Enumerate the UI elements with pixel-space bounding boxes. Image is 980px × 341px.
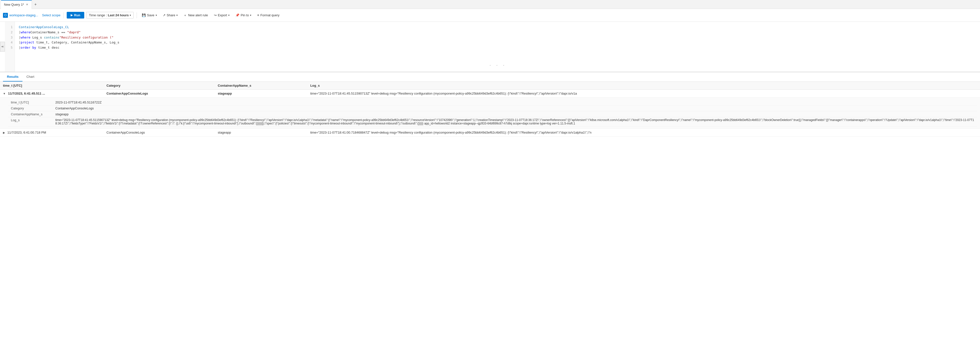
results-table: time_t [UTC] Category ContainerAppName_s… (0, 82, 980, 136)
table-row[interactable]: ▶ 11/7/2023, 6:41:00.718 PM ContainerApp… (0, 128, 980, 136)
results-section: Results Chart time_t [UTC] Category Cont… (0, 72, 980, 341)
detail-label-time: time_t [UTC] (8, 100, 52, 105)
time-value: 11/7/2023, 6:41:45.511 ... (8, 92, 45, 95)
tab-new-query-1[interactable]: New Query 1* ✕ (1, 0, 32, 9)
detail-table: time_t [UTC] 2023-11-07T18:41:45.5116722… (8, 100, 977, 127)
col-header-container-app: ContainerAppName_s (215, 82, 307, 90)
cell-log: time="2023-11-07T18:41:45.511590713Z" le… (307, 89, 980, 97)
code-line-1: ContainerAppConsoleLogs_CL (19, 25, 976, 30)
detail-value-container-app: stageapp (52, 111, 977, 117)
share-label: Share (167, 13, 175, 17)
detail-value-log: time="2023-11-07T18:41:45.511590713Z" le… (52, 117, 977, 126)
main-container: ≪ 1 2 3 4 5 ContainerAppConsoleLogs_CL |… (0, 22, 980, 341)
tab-chart[interactable]: Chart (22, 72, 38, 81)
format-icon: ≡ (257, 13, 259, 17)
workspace-info: ⬡ workspace-stageg... (3, 13, 38, 18)
export-chevron-icon: ▾ (228, 14, 229, 17)
close-tab-icon[interactable]: ✕ (25, 2, 29, 7)
time-range-value: Last 24 hours (108, 13, 129, 17)
run-button[interactable]: ▶ Run (67, 12, 84, 19)
save-chevron-icon: ▾ (156, 14, 157, 17)
time-range-label: Time range : (89, 13, 107, 17)
add-tab-button[interactable]: + (32, 0, 39, 9)
cell-category: ContainerAppConsoleLogs (103, 89, 215, 97)
pin-chevron-icon: ▾ (250, 14, 251, 17)
code-line-4: | project time_t, Category, ContainerApp… (19, 40, 976, 45)
col-header-category: Category (103, 82, 215, 90)
code-line-5: | order by time_t desc (19, 45, 976, 51)
play-icon: ▶ (71, 14, 73, 17)
tab-bar: New Query 1* ✕ + (0, 0, 980, 9)
category-value: ContainerAppConsoleLogs (107, 92, 148, 95)
share-chevron-icon: ▾ (177, 14, 178, 17)
code-area[interactable]: ContainerAppConsoleLogs_CL | where Conta… (15, 22, 980, 71)
results-tabs: Results Chart (0, 72, 980, 82)
expand-row-icon[interactable]: ▶ (3, 131, 5, 134)
time-value: 11/7/2023, 6:41:00.718 PM (7, 131, 46, 134)
cell-time: ▶ 11/7/2023, 6:41:00.718 PM (0, 128, 103, 136)
detail-label-container-app: ContainerAppName_s (8, 111, 52, 117)
pin-icon: 📌 (235, 13, 239, 17)
new-alert-rule-label: New alert rule (188, 13, 208, 17)
detail-row-time: time_t [UTC] 2023-11-07T18:41:45.5116722… (0, 97, 980, 128)
format-query-label: Format query (260, 13, 279, 17)
cell-log: time="2023-11-07T18:41:00.718468847Z" le… (307, 128, 980, 136)
separator-1 (64, 12, 64, 18)
toolbar: ⬡ workspace-stageg... Select scope ▶ Run… (0, 9, 980, 22)
select-scope-button[interactable]: Select scope (42, 13, 60, 17)
pin-to-button[interactable]: 📌 Pin to ▾ (234, 12, 253, 18)
detail-value-category: ContainerAppConsoleLogs (52, 105, 977, 111)
table-row[interactable]: ▼ 11/7/2023, 6:41:45.511 ... ContainerAp… (0, 89, 980, 97)
log-value: time="2023-11-07T18:41:45.511590713Z" le… (310, 92, 577, 95)
pin-to-label: Pin to (240, 13, 249, 17)
col-header-time: time_t [UTC] (0, 82, 103, 90)
cell-container-app: stageapp (215, 89, 307, 97)
detail-value-time: 2023-11-07T18:41:45.5116722Z (52, 100, 977, 105)
col-header-log: Log_s (307, 82, 980, 90)
export-icon: ↪ (214, 13, 216, 17)
save-label: Save (147, 13, 154, 17)
detail-label-log: Log_s (8, 117, 52, 126)
query-editor: ≪ 1 2 3 4 5 ContainerAppConsoleLogs_CL |… (0, 22, 980, 72)
cell-category: ContainerAppConsoleLogs (103, 128, 215, 136)
detail-row: time_t [UTC] 2023-11-07T18:41:45.5116722… (8, 100, 977, 105)
tab-results[interactable]: Results (3, 72, 22, 81)
export-label: Export (218, 13, 227, 17)
log-value: time="2023-11-07T18:41:00.718468847Z" le… (310, 131, 592, 134)
cell-container-app: stageapp (215, 128, 307, 136)
container-app-value: stageapp (218, 92, 232, 95)
tab-label: New Query 1* (4, 3, 24, 6)
collapse-row-icon[interactable]: ▼ (3, 92, 6, 95)
code-line-2: | where ContainerName_s == "daprd" (19, 30, 976, 35)
cell-time: ▼ 11/7/2023, 6:41:45.511 ... (0, 89, 103, 97)
share-icon: ↗ (163, 13, 165, 17)
detail-row: ContainerAppName_s stageapp (8, 111, 977, 117)
detail-label-category: Category (8, 105, 52, 111)
separator-2 (137, 12, 137, 18)
export-button[interactable]: ↪ Export ▾ (212, 12, 232, 18)
workspace-icon: ⬡ (3, 13, 8, 18)
results-table-container[interactable]: time_t [UTC] Category ContainerAppName_s… (0, 82, 980, 341)
run-label: Run (74, 13, 80, 17)
save-icon: 💾 (142, 13, 146, 17)
plus-icon: ＋ (183, 13, 187, 17)
time-range-button[interactable]: Time range : Last 24 hours ▾ (86, 12, 134, 19)
line-numbers: 1 2 3 4 5 (5, 22, 15, 71)
detail-row: Category ContainerAppConsoleLogs (8, 105, 977, 111)
table-header-row: time_t [UTC] Category ContainerAppName_s… (0, 82, 980, 90)
workspace-name: workspace-stageg... (10, 13, 38, 17)
format-query-button[interactable]: ≡ Format query (255, 12, 282, 18)
new-alert-rule-button[interactable]: ＋ New alert rule (181, 12, 210, 19)
share-button[interactable]: ↗ Share ▾ (161, 12, 180, 18)
code-line-3: | where Log_s contains "Resiliency confi… (19, 35, 976, 40)
chevron-down-icon: ▾ (130, 14, 131, 17)
detail-row-log: Log_s time="2023-11-07T18:41:45.51159071… (8, 117, 977, 126)
save-button[interactable]: 💾 Save ▾ (140, 12, 159, 18)
collapse-sidebar-button[interactable]: ≪ (0, 42, 5, 52)
ellipsis: . . . (19, 60, 976, 69)
